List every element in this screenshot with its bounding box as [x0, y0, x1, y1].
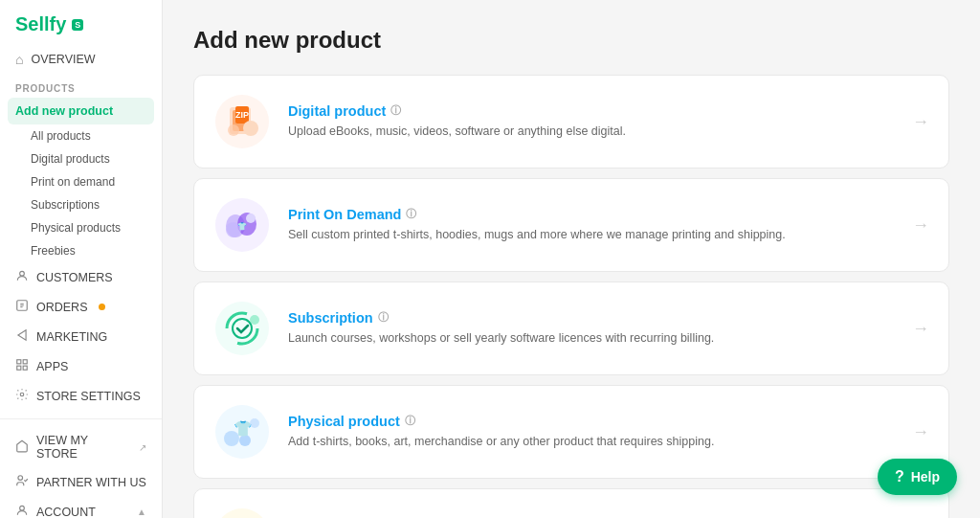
- svg-text:ZIP: ZIP: [235, 110, 249, 120]
- print-on-demand-icon: 👕: [213, 196, 271, 254]
- store-icon: [15, 439, 29, 456]
- customers-icon: [15, 269, 29, 285]
- product-card-print-on-demand[interactable]: 👕 Print On Demand ⓘ Sell custom printed …: [193, 178, 949, 272]
- sidebar-item-label: MARKETING: [36, 330, 107, 344]
- svg-text:👕: 👕: [234, 419, 253, 438]
- sidebar-item-label: PARTNER WITH US: [36, 476, 146, 489]
- settings-icon: [15, 388, 29, 404]
- digital-product-desc: Upload eBooks, music, videos, software o…: [288, 124, 897, 141]
- svg-point-30: [250, 418, 259, 428]
- sidebar-item-freebies[interactable]: Freebies: [0, 239, 162, 262]
- info-icon: ⓘ: [405, 414, 415, 428]
- orders-notification-dot: [99, 304, 105, 310]
- sidebar-item-add-new-product[interactable]: Add new product: [8, 98, 154, 124]
- svg-point-22: [215, 302, 269, 355]
- sidebar-item-marketing[interactable]: MARKETING: [0, 322, 162, 351]
- account-chevron-icon: ▲: [137, 507, 146, 517]
- help-label: Help: [911, 469, 940, 484]
- print-on-demand-desc: Sell custom printed t-shirts, hoodies, m…: [288, 227, 897, 244]
- svg-rect-4: [17, 366, 21, 370]
- product-card-freebie[interactable]: FREE Freebie ⓘ Add a product teaser or b…: [193, 488, 949, 518]
- digital-product-icon: ZIP: [213, 93, 271, 150]
- svg-point-8: [20, 506, 25, 510]
- partner-icon: [15, 474, 29, 490]
- card-arrow-icon: →: [912, 422, 929, 442]
- svg-point-6: [20, 393, 24, 396]
- card-arrow-icon: →: [912, 112, 929, 132]
- print-on-demand-name: Print On Demand ⓘ: [288, 207, 897, 222]
- digital-product-name: Digital product ⓘ: [288, 103, 897, 119]
- sidebar-item-orders[interactable]: ORDERS: [0, 292, 162, 322]
- subscription-desc: Launch courses, workshops or sell yearly…: [288, 330, 897, 348]
- subscription-info: Subscription ⓘ Launch courses, workshops…: [288, 310, 897, 348]
- info-icon: ⓘ: [406, 207, 416, 221]
- physical-product-icon: 👕: [213, 403, 271, 461]
- marketing-icon: [15, 328, 29, 345]
- svg-point-14: [243, 121, 258, 136]
- sidebar-item-physical-products[interactable]: Physical products: [0, 216, 162, 239]
- sidebar-section-products: PRODUCTS: [0, 74, 162, 98]
- sidebar-item-label: STORE SETTINGS: [36, 390, 141, 403]
- home-icon: ⌂: [15, 52, 23, 67]
- external-link-icon: ↗: [139, 442, 146, 453]
- help-icon: ?: [895, 468, 904, 485]
- sidebar-item-customers[interactable]: CUSTOMERS: [0, 262, 162, 292]
- product-card-digital[interactable]: ZIP Digital product ⓘ Upload eBooks, mus…: [193, 75, 949, 169]
- card-arrow-icon: →: [912, 319, 929, 339]
- product-card-subscription[interactable]: Subscription ⓘ Launch courses, workshops…: [193, 282, 949, 375]
- product-card-physical[interactable]: 👕 Physical product ⓘ Add t-shirts, books…: [193, 385, 949, 479]
- sidebar: Sellfy S ⌂ OVERVIEW PRODUCTS Add new pro…: [0, 0, 163, 518]
- logo-badge: S: [72, 19, 83, 31]
- help-button[interactable]: ? Help: [878, 459, 957, 495]
- sidebar-item-label: ACCOUNT: [36, 506, 96, 519]
- main-content: Add new product ZIP Digital product ⓘ Up…: [163, 0, 980, 518]
- svg-point-0: [20, 271, 25, 276]
- account-icon: [15, 504, 29, 518]
- sidebar-item-view-my-store[interactable]: VIEW MY STORE ↗: [0, 427, 162, 467]
- physical-product-desc: Add t-shirts, books, art, merchandise or…: [288, 434, 897, 451]
- sidebar-item-print-on-demand[interactable]: Print on demand: [0, 170, 162, 193]
- digital-product-info: Digital product ⓘ Upload eBooks, music, …: [288, 103, 897, 141]
- sidebar-item-label: OVERVIEW: [31, 53, 95, 66]
- freebie-icon: FREE: [213, 507, 271, 518]
- svg-rect-3: [23, 360, 27, 364]
- apps-icon: [15, 358, 29, 374]
- print-on-demand-info: Print On Demand ⓘ Sell custom printed t-…: [288, 207, 897, 244]
- sidebar-item-digital-products[interactable]: Digital products: [0, 147, 162, 170]
- sidebar-item-store-settings[interactable]: STORE SETTINGS: [0, 381, 162, 411]
- logo-text: Sellfy: [15, 13, 66, 35]
- info-icon: ⓘ: [378, 310, 389, 325]
- svg-point-7: [18, 476, 23, 481]
- sidebar-item-label: VIEW MY STORE: [36, 434, 127, 461]
- card-arrow-icon: →: [912, 215, 929, 236]
- subscription-icon: [213, 300, 271, 357]
- sidebar-item-label: APPS: [36, 360, 68, 373]
- sidebar-item-partner-with-us[interactable]: PARTNER WITH US: [0, 467, 162, 497]
- sidebar-item-label: ORDERS: [36, 301, 87, 314]
- sidebar-item-apps[interactable]: APPS: [0, 351, 162, 381]
- svg-text:👕: 👕: [237, 221, 247, 231]
- sidebar-item-account[interactable]: ACCOUNT ▲: [0, 497, 162, 518]
- subscription-name: Subscription ⓘ: [288, 310, 897, 326]
- sidebar-item-label: Add new product: [15, 104, 113, 118]
- sidebar-item-all-products[interactable]: All products: [0, 124, 162, 147]
- svg-point-25: [250, 315, 259, 325]
- physical-product-name: Physical product ⓘ: [288, 414, 897, 429]
- info-icon: ⓘ: [390, 103, 401, 118]
- sidebar-item-label: CUSTOMERS: [36, 271, 113, 284]
- svg-point-20: [246, 214, 256, 223]
- svg-rect-5: [23, 366, 27, 370]
- page-title: Add new product: [193, 27, 949, 54]
- svg-rect-2: [17, 360, 21, 364]
- orders-icon: [15, 299, 29, 315]
- physical-product-info: Physical product ⓘ Add t-shirts, books, …: [288, 414, 897, 451]
- svg-point-31: [215, 508, 269, 518]
- sidebar-item-subscriptions[interactable]: Subscriptions: [0, 193, 162, 216]
- sidebar-item-overview[interactable]: ⌂ OVERVIEW: [0, 45, 162, 74]
- logo: Sellfy S: [0, 0, 162, 45]
- svg-point-15: [228, 124, 239, 136]
